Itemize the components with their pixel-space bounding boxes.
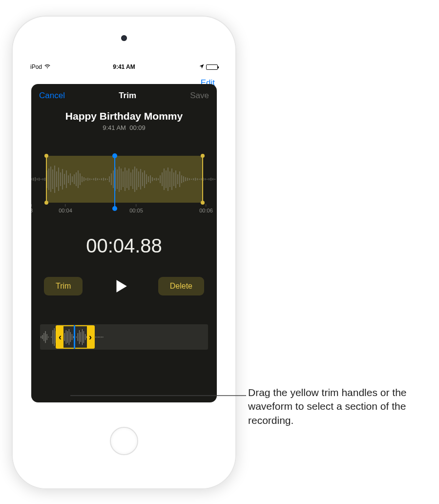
ipod-device-frame: iPod 9:41 AM Edit Cancel Trim Save Happy…: [12, 16, 236, 489]
ruler-tick: 00:06: [199, 204, 213, 213]
overview-trim-handle-left[interactable]: ‹: [57, 326, 63, 348]
playback-controls: Trim Delete: [31, 275, 217, 297]
ruler-tick: 00:04: [59, 204, 72, 213]
timecode: 00:04.88: [31, 235, 217, 257]
recording-title: Happy Birthday Mommy: [31, 110, 217, 122]
sheet-header: Cancel Trim Save: [31, 84, 217, 104]
trim-button[interactable]: Trim: [44, 277, 83, 295]
trim-window[interactable]: ‹ ›: [56, 325, 95, 349]
device-screen: iPod 9:41 AM Edit Cancel Trim Save Happy…: [27, 62, 221, 406]
waveform-editor[interactable]: 3 00:04 00:05 00:06: [31, 156, 217, 213]
front-camera: [121, 35, 127, 41]
carrier-label: iPod: [30, 63, 42, 70]
delete-button[interactable]: Delete: [158, 277, 204, 295]
waveform[interactable]: [31, 162, 217, 197]
trim-handle-right[interactable]: [202, 156, 203, 203]
time-ruler: 3 00:04 00:05 00:06: [31, 204, 217, 213]
save-button[interactable]: Save: [190, 91, 209, 101]
location-icon: [199, 63, 204, 70]
wifi-icon: [44, 63, 51, 70]
status-bar: iPod 9:41 AM: [27, 62, 221, 72]
ruler-tick: 00:05: [129, 204, 143, 213]
trim-sheet: Cancel Trim Save Happy Birthday Mommy 9:…: [31, 84, 217, 402]
recording-duration: 00:09: [129, 124, 146, 131]
play-icon: [112, 278, 129, 294]
trim-handle-left[interactable]: [46, 156, 47, 203]
callout-text: Drag the yellow trim handles or the wave…: [248, 386, 424, 427]
battery-icon: [206, 64, 218, 70]
overview-trim-handle-right[interactable]: ›: [87, 326, 94, 348]
cancel-button[interactable]: Cancel: [39, 91, 65, 101]
overview-track[interactable]: ‹ ›: [40, 324, 208, 350]
home-button[interactable]: [110, 427, 138, 455]
recording-meta: 9:41 AM 00:09: [31, 124, 217, 131]
play-button[interactable]: [110, 275, 131, 297]
status-time: 9:41 AM: [113, 63, 135, 70]
playhead[interactable]: [114, 156, 115, 209]
trim-window-body[interactable]: [63, 326, 87, 348]
sheet-title: Trim: [119, 91, 136, 101]
recording-time: 9:41 AM: [103, 124, 126, 131]
overview-playhead: [74, 325, 75, 349]
ruler-tick: 3: [31, 204, 33, 213]
